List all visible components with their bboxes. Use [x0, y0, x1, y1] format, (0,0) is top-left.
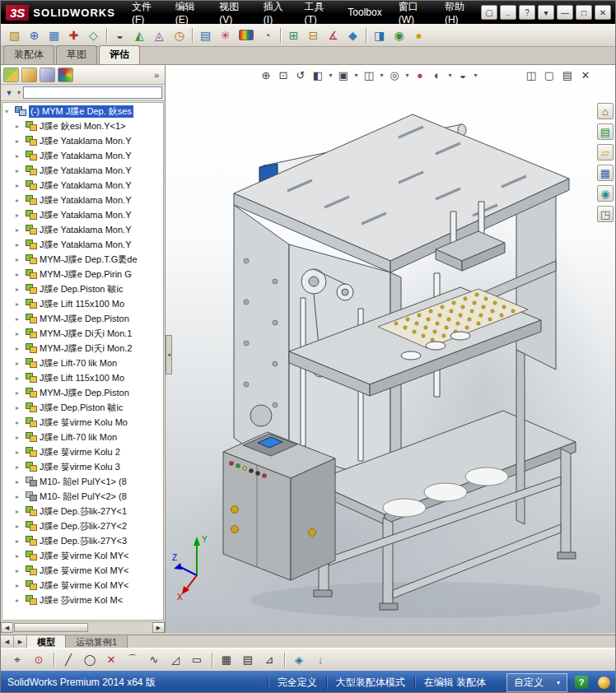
- exploded-view[interactable]: ✳: [216, 26, 235, 44]
- tree-item[interactable]: ▸ J牒e Yataklama Mon.Y: [2, 148, 163, 163]
- tab-scroll-left[interactable]: ◀: [1, 635, 14, 648]
- tree-expander-icon[interactable]: ▸: [16, 330, 23, 337]
- restore-button[interactable]: □: [576, 5, 592, 20]
- section-view-tool[interactable]: ◨: [370, 26, 389, 44]
- toolbar-icon[interactable]: [104, 27, 110, 44]
- previous-view[interactable]: ↺: [292, 67, 309, 83]
- tree-item[interactable]: ▸ J牒e 鈥esi Mon.Y<1>: [2, 119, 163, 133]
- mate[interactable]: ⊕: [25, 26, 44, 44]
- tree-item[interactable]: ▸ MYM-J牒e Di夭i Mon.1: [2, 326, 163, 341]
- quick-tips-help-icon[interactable]: ?: [575, 676, 588, 689]
- tree-expander-icon[interactable]: ▸: [16, 167, 23, 174]
- scrollbar-track[interactable]: [13, 622, 152, 633]
- new-motion-study[interactable]: ◷: [170, 26, 189, 44]
- machine-3d-model[interactable]: [189, 96, 600, 623]
- help-dropdown[interactable]: ▾: [538, 5, 554, 20]
- tree-expander-icon[interactable]: ▸: [16, 212, 23, 219]
- close-pane[interactable]: ✕: [577, 67, 594, 83]
- tree-expander-icon[interactable]: ▸: [16, 449, 23, 456]
- close-button[interactable]: ✕: [595, 5, 611, 20]
- tree-expander-icon[interactable]: ▸: [16, 419, 23, 426]
- tile-pane[interactable]: ▤: [559, 67, 576, 83]
- tree-item[interactable]: ▸ MYM-J牒e Di夭i Mon.2: [2, 341, 163, 356]
- tree-item[interactable]: ▸ J牒e Lift 115x100 Mo: [2, 296, 163, 311]
- tree-item[interactable]: ▸ J牒e Yataklama Mon.Y: [2, 222, 163, 237]
- tree-item[interactable]: ▸ J牒e Yataklama Mon.Y: [2, 163, 163, 178]
- tree-expander-icon[interactable]: ▸: [16, 508, 23, 515]
- menu-item[interactable]: 窗口(W): [390, 1, 436, 24]
- search-doc-button[interactable]: ▢: [481, 5, 497, 20]
- tree-item[interactable]: ▸ J牒e Dep.莎lik-27Y<2: [2, 519, 163, 533]
- tree-expander-icon[interactable]: ▸: [16, 197, 23, 204]
- hide-show-arrow[interactable]: ▾: [404, 67, 411, 83]
- section-arrow[interactable]: ▾: [327, 67, 334, 83]
- tree-item[interactable]: ▸ J牒e 荽virme Kolu 3: [2, 459, 163, 474]
- section-view[interactable]: ◧: [310, 67, 326, 83]
- split-pane[interactable]: ◫: [523, 67, 539, 83]
- display-style[interactable]: ◫: [361, 67, 377, 83]
- tree-item[interactable]: ▸ MYM-J牒e Dep.T.G褁de: [2, 252, 163, 267]
- graphics-area[interactable]: ⊕ ⊡ ↺ ◧ ▾ ▣ ▾ ◫ ▾ ◎ ▾ ●: [166, 65, 615, 633]
- menu-item[interactable]: Toolbox: [339, 1, 390, 24]
- tree-expander-icon[interactable]: ▸: [16, 374, 23, 382]
- sketch-tool-icon[interactable]: [281, 650, 287, 669]
- tree-expander-icon[interactable]: ▸: [16, 300, 23, 308]
- tree-item[interactable]: ▸ MYM-J牒e Dep.Pirin G: [2, 267, 163, 281]
- appearances-palette[interactable]: [239, 30, 254, 40]
- tree-expander-icon[interactable]: ▸: [16, 552, 23, 560]
- menu-item[interactable]: 插入(I): [255, 1, 296, 24]
- tree-item[interactable]: ▸ J牒e Dep.莎lik-27Y<1: [2, 504, 163, 519]
- menu-item[interactable]: 文件(F): [124, 1, 167, 24]
- select[interactable]: ⌖: [7, 650, 27, 669]
- tree-item[interactable]: ▸ J牒e Yataklama Mon.Y: [2, 237, 163, 252]
- insert-component[interactable]: ▧: [5, 26, 24, 44]
- tree-item[interactable]: ▸ J牒e Lift-70 lik Mon: [2, 356, 163, 370]
- menu-item[interactable]: 编辑(E): [167, 1, 211, 24]
- display-style-arrow[interactable]: ▾: [378, 67, 385, 83]
- tree-item[interactable]: ▸ J牒e Lift 115x100 Mo: [2, 370, 163, 385]
- scrollbar-thumb[interactable]: [14, 623, 88, 632]
- tree-item[interactable]: ▸ M10- 韶el PulY<2> (8: [2, 489, 163, 504]
- view-settings-arrow[interactable]: ▾: [472, 67, 479, 83]
- manager-overflow-chevron[interactable]: »: [154, 70, 162, 80]
- commandmanager-tab[interactable]: 草图: [56, 45, 97, 64]
- rectangle[interactable]: ▭: [187, 650, 207, 669]
- show-hidden-components[interactable]: ◒: [110, 26, 129, 44]
- sketch-tool-icon[interactable]: [208, 650, 215, 669]
- menu-item[interactable]: 视图(V): [211, 1, 254, 24]
- featuremanager-tab[interactable]: [3, 67, 19, 82]
- zoom-area[interactable]: ⊡: [275, 67, 292, 83]
- smart-dimension[interactable]: ⊿: [259, 650, 279, 669]
- tree-item[interactable]: ▸ J牒e Yataklama Mon.Y: [2, 207, 163, 222]
- display-grid[interactable]: ▤: [238, 650, 258, 669]
- sketch-tool-icon[interactable]: [50, 650, 57, 669]
- tree-filter-input[interactable]: [23, 86, 162, 99]
- tree-expander-icon[interactable]: ▸: [16, 271, 23, 278]
- search-dropdown[interactable]: ..: [500, 5, 516, 20]
- tree-expander-icon[interactable]: ▸: [16, 123, 23, 130]
- curvature-check[interactable]: ◉: [390, 26, 408, 44]
- tree-expander-icon[interactable]: ▸: [16, 389, 23, 397]
- update-model[interactable]: ↓: [310, 650, 330, 669]
- move-component[interactable]: ◇: [84, 26, 103, 44]
- tree-expander-icon[interactable]: ▸: [16, 523, 23, 530]
- help-button[interactable]: ?: [519, 5, 535, 20]
- motion-analysis[interactable]: ⊟: [304, 26, 323, 44]
- tree-item[interactable]: ▸ J牒e 莎virme Kol M<: [2, 593, 163, 607]
- mass-properties[interactable]: ◆: [343, 26, 362, 44]
- circle[interactable]: ◯: [80, 650, 100, 669]
- view-orientation[interactable]: ▣: [335, 67, 352, 83]
- tree-item[interactable]: ▸ J牒e 荽virme Kolu Mo: [2, 415, 163, 430]
- commandmanager-tab[interactable]: 装配体: [3, 45, 54, 64]
- tree-item[interactable]: ▸ J牒e Dep.Piston 鞁ic: [2, 281, 163, 296]
- tree-item[interactable]: ▸ J牒e Yataklama Mon.Y: [2, 193, 163, 207]
- arc[interactable]: ⌒: [123, 650, 142, 669]
- tree-item[interactable]: ▸ J牒e 荽virme Kol MY<: [2, 578, 163, 593]
- line[interactable]: ╱: [58, 650, 78, 669]
- tree-expander-icon[interactable]: ▸: [16, 182, 23, 189]
- isometric-view[interactable]: ◈: [289, 650, 309, 669]
- spline[interactable]: ∿: [144, 650, 164, 669]
- tree-expander-icon[interactable]: ▸: [16, 315, 23, 323]
- tree-item[interactable]: ▾ (-) MYM J牒e Dep. 鈥ses: [2, 104, 163, 119]
- simulationxpress[interactable]: ⊞: [284, 26, 303, 44]
